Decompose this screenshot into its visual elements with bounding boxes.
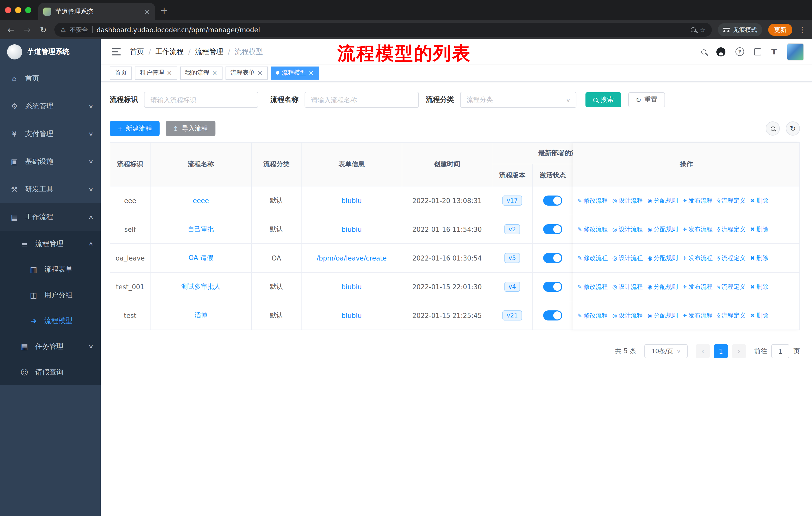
form-info-link[interactable]: biubiu (342, 225, 362, 233)
delete-process-link[interactable]: ✖ 删除 (750, 254, 768, 262)
design-process-link[interactable]: ◎ 设计流程 (612, 311, 643, 320)
github-icon[interactable] (716, 47, 725, 56)
process-definition-link[interactable]: § 流程定义 (717, 311, 746, 320)
assign-rule-link[interactable]: ◉ 分配规则 (647, 225, 678, 234)
close-icon[interactable]: × (212, 69, 218, 77)
new-tab-button[interactable]: + (160, 4, 168, 16)
process-category-select[interactable]: 流程分类 ∨ (460, 92, 576, 108)
prev-page-button[interactable]: ‹ (696, 344, 710, 358)
design-process-link[interactable]: ◎ 设计流程 (612, 225, 643, 234)
tag-tenant[interactable]: 租户管理 × (135, 66, 177, 79)
assign-rule-link[interactable]: ◉ 分配规则 (647, 196, 678, 205)
sidebar-item-process-model[interactable]: ➔ 流程模型 (0, 308, 101, 333)
assign-rule-link[interactable]: ◉ 分配规则 (647, 282, 678, 291)
create-process-button[interactable]: + 新建流程 (110, 121, 160, 136)
publish-process-link[interactable]: ✈ 发布流程 (683, 225, 713, 234)
modify-process-link[interactable]: ✎ 修改流程 (577, 254, 608, 262)
sidebar-item-devtools[interactable]: ⚒ 研发工具 ∨ (0, 175, 101, 203)
publish-process-link[interactable]: ✈ 发布流程 (683, 196, 713, 205)
form-info-link[interactable]: biubiu (342, 197, 362, 204)
process-definition-link[interactable]: § 流程定义 (717, 225, 746, 234)
status-toggle[interactable] (543, 224, 562, 234)
chrome-update-button[interactable]: 更新 (768, 24, 792, 36)
sidebar-item-payment[interactable]: ¥ 支付管理 ∨ (0, 120, 101, 147)
sidebar-item-workflow[interactable]: ▤ 工作流程 ∧ (0, 203, 101, 231)
assign-rule-link[interactable]: ◉ 分配规则 (647, 254, 678, 262)
back-icon[interactable]: ← (6, 25, 16, 34)
status-toggle[interactable] (543, 310, 562, 321)
import-process-button[interactable]: ↥ 导入流程 (166, 121, 215, 136)
process-definition-link[interactable]: § 流程定义 (717, 282, 746, 291)
breadcrumb-item[interactable]: 首页 (130, 47, 144, 56)
sidebar-item-leave-query[interactable]: ☺ 请假查询 (0, 359, 101, 385)
zoom-window-button[interactable] (25, 7, 31, 13)
fullscreen-icon[interactable] (754, 48, 761, 55)
address-bar[interactable]: ⚠ 不安全 dashboard.yudao.iocoder.cn/bpm/man… (54, 23, 712, 37)
process-name-link[interactable]: OA 请假 (188, 253, 213, 263)
status-toggle[interactable] (543, 282, 562, 292)
breadcrumb-item[interactable]: 工作流程 (155, 47, 183, 56)
reset-button[interactable]: ↻ 重置 (628, 92, 665, 107)
process-name-link[interactable]: eeee (193, 197, 209, 204)
sidebar-item-infrastructure[interactable]: ▣ 基础设施 ∨ (0, 147, 101, 175)
toggle-search-button[interactable] (766, 121, 780, 136)
tab-close-icon[interactable]: × (144, 7, 150, 16)
process-definition-link[interactable]: § 流程定义 (717, 254, 746, 262)
tag-my-process[interactable]: 我的流程 × (180, 66, 223, 79)
close-icon[interactable]: × (167, 69, 172, 77)
delete-process-link[interactable]: ✖ 删除 (750, 196, 768, 205)
modify-process-link[interactable]: ✎ 修改流程 (577, 282, 608, 291)
sidebar-item-process-form[interactable]: ▥ 流程表单 (0, 256, 101, 282)
design-process-link[interactable]: ◎ 设计流程 (612, 282, 643, 291)
modify-process-link[interactable]: ✎ 修改流程 (577, 196, 608, 205)
publish-process-link[interactable]: ✈ 发布流程 (683, 254, 713, 262)
publish-process-link[interactable]: ✈ 发布流程 (683, 282, 713, 291)
process-name-input[interactable] (304, 92, 419, 108)
next-page-button[interactable]: › (732, 344, 746, 358)
form-info-link[interactable]: biubiu (342, 312, 362, 319)
forward-icon[interactable]: → (22, 25, 32, 34)
minimize-window-button[interactable] (15, 7, 21, 13)
page-size-select[interactable]: 10条/页 ∨ (644, 344, 688, 358)
process-name-link[interactable]: 测试多审批人 (181, 282, 221, 291)
url-text[interactable]: dashboard.yudao.iocoder.cn/bpm/manager/m… (97, 26, 687, 33)
goto-page-input[interactable] (771, 344, 789, 358)
form-info-link[interactable]: biubiu (342, 283, 362, 291)
sidebar-item-task-management[interactable]: ▦ 任务管理 ∨ (0, 333, 101, 359)
status-toggle[interactable] (543, 253, 562, 263)
tag-home[interactable]: 首页 (110, 66, 132, 79)
password-key-icon[interactable] (691, 27, 696, 32)
status-toggle[interactable] (543, 195, 562, 206)
page-number-button[interactable]: 1 (714, 344, 728, 358)
assign-rule-link[interactable]: ◉ 分配规则 (647, 311, 678, 320)
security-label[interactable]: 不安全 (70, 25, 88, 34)
help-icon[interactable]: ? (735, 47, 744, 56)
browser-menu-icon[interactable]: ⋮ (799, 25, 806, 34)
breadcrumb-item[interactable]: 流程管理 (195, 47, 223, 56)
delete-process-link[interactable]: ✖ 删除 (750, 225, 768, 234)
design-process-link[interactable]: ◎ 设计流程 (612, 196, 643, 205)
process-name-link[interactable]: 滔博 (194, 311, 207, 320)
sidebar-item-system[interactable]: ⚙ 系统管理 ∨ (0, 92, 101, 120)
design-process-link[interactable]: ◎ 设计流程 (612, 254, 643, 262)
delete-process-link[interactable]: ✖ 删除 (750, 282, 768, 291)
publish-process-link[interactable]: ✈ 发布流程 (683, 311, 713, 320)
tag-process-model[interactable]: 流程模型 × (270, 66, 319, 79)
user-avatar[interactable] (787, 43, 804, 60)
sidebar-toggle-icon[interactable] (112, 48, 121, 55)
reload-icon[interactable]: ↻ (38, 25, 48, 34)
modify-process-link[interactable]: ✎ 修改流程 (577, 225, 608, 234)
sidebar-item-user-group[interactable]: ◫ 用户分组 (0, 282, 101, 308)
search-button[interactable]: 搜索 (585, 92, 621, 107)
tag-process-form[interactable]: 流程表单 × (226, 66, 268, 79)
browser-tab[interactable]: 芋道管理系统 × (38, 3, 155, 20)
process-name-link[interactable]: 自己审批 (188, 225, 214, 234)
process-id-input[interactable] (144, 92, 258, 108)
refresh-table-button[interactable]: ↻ (786, 121, 800, 136)
close-icon[interactable]: × (257, 69, 263, 77)
font-size-icon[interactable]: T (771, 47, 777, 56)
sidebar-item-home[interactable]: ⌂ 首页 (0, 64, 101, 92)
modify-process-link[interactable]: ✎ 修改流程 (577, 311, 608, 320)
delete-process-link[interactable]: ✖ 删除 (750, 311, 768, 320)
close-window-button[interactable] (5, 7, 11, 13)
